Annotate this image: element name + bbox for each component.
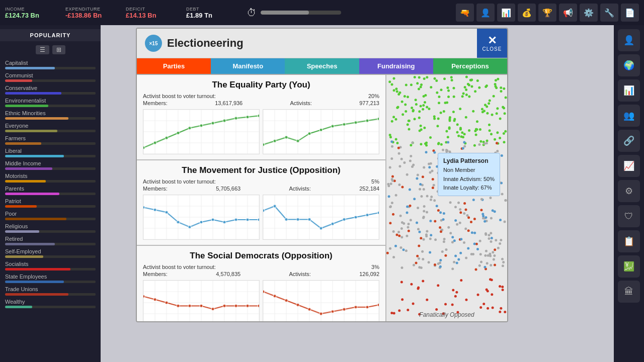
right-icon-4[interactable]: 👥	[618, 105, 640, 127]
perception-dots-canvas[interactable]	[386, 75, 507, 321]
members-value: 5,705,663	[216, 186, 240, 192]
party-members-chart	[143, 280, 260, 321]
sidebar-item[interactable]: Socialists	[0, 259, 101, 272]
tab-speeches[interactable]: Speeches	[285, 58, 359, 74]
sidebar-item-bar-bg	[5, 92, 96, 95]
members-value: 4,570,835	[216, 271, 240, 277]
right-icon-11[interactable]: 🏛	[618, 281, 640, 303]
sidebar-item-bar-fill	[5, 167, 52, 170]
right-icon-7[interactable]: ⚙	[618, 180, 640, 202]
sidebar-item-label: Everyone	[5, 123, 96, 129]
sidebar-item-label: Environmentalist	[5, 98, 96, 104]
sidebar-item[interactable]: Retired	[0, 234, 101, 247]
sidebar-item[interactable]: Self-Employed	[0, 247, 101, 259]
right-icon-10[interactable]: 💹	[618, 255, 640, 278]
modal-body: The Equality Party (You) Activist boost …	[137, 75, 507, 321]
sidebar-controls: ☰ ⊞	[0, 43, 101, 56]
sidebar-item[interactable]: Farmers	[0, 134, 101, 146]
sidebar-item-bar-bg	[5, 79, 96, 82]
sidebar-item[interactable]: Communist	[0, 71, 101, 83]
trophy-icon-btn[interactable]: 🏆	[538, 4, 556, 22]
chart-icon-btn[interactable]: 📊	[497, 4, 515, 22]
sidebar-item-bar-bg	[5, 167, 96, 170]
sidebar-item-bar-fill	[5, 218, 66, 220]
party-name: The Equality Party (You)	[143, 80, 379, 90]
sidebar-item[interactable]: Parents	[0, 184, 101, 197]
sidebar-item[interactable]: Patriot	[0, 197, 101, 209]
sidebar-view-btn[interactable]: ☰	[36, 45, 49, 54]
tab-perceptions[interactable]: Perceptions	[433, 58, 507, 74]
sidebar-item[interactable]: Capitalist	[0, 58, 101, 71]
sidebar-sort-btn[interactable]: ⊞	[52, 45, 65, 54]
right-icon-3[interactable]: 📊	[618, 79, 640, 102]
sidebar-item[interactable]: Religious	[0, 222, 101, 234]
sidebar-item-bar-bg	[5, 105, 96, 107]
doc-icon-btn[interactable]: 📄	[621, 4, 639, 22]
sidebar-item-bar-fill	[5, 281, 64, 283]
tab-fundraising[interactable]: Fundraising	[359, 58, 433, 74]
sidebar-item-label: Liberal	[5, 148, 96, 154]
sidebar-item[interactable]: Wealthy	[0, 297, 101, 310]
sidebar-item-bar-bg	[5, 142, 96, 145]
sidebar-item-label: Communist	[5, 72, 96, 78]
sidebar-item-label: Trade Unions	[5, 286, 96, 292]
sidebar-item[interactable]: Environmentalist	[0, 96, 101, 109]
settings-icon-btn[interactable]: ⚙️	[580, 4, 598, 22]
sidebar-item[interactable]: Poor	[0, 209, 101, 222]
right-icon-6[interactable]: 📈	[618, 155, 640, 177]
right-icon-2[interactable]: 🌍	[618, 54, 640, 76]
sidebar-item-bar-bg	[5, 130, 96, 132]
top-bar-right: 🔫 👤 📊 💰 🏆 📢 ⚙️ 🔧 📄	[456, 4, 639, 22]
party-block: The Movement for Justice (Opposition) Ac…	[137, 160, 385, 246]
agent-icon-btn[interactable]: 👤	[476, 4, 495, 22]
clock-icon: ⏱	[247, 7, 257, 19]
dollar-icon-btn[interactable]: 💰	[518, 4, 536, 22]
members-label: Members:	[143, 271, 168, 277]
right-icon-5[interactable]: 🔗	[618, 130, 640, 152]
sidebar-item[interactable]: Conservative	[0, 83, 101, 96]
sidebar-item-label: Patriot	[5, 198, 96, 204]
sidebar-item-bar-fill	[5, 79, 32, 82]
sidebar-item-label: Farmers	[5, 135, 96, 141]
party-charts	[143, 195, 379, 240]
sidebar-item-bar-bg	[5, 281, 96, 283]
right-icon-8[interactable]: 🛡	[618, 205, 640, 227]
income-label: INCOME	[5, 7, 25, 12]
sidebar-item-bar-bg	[5, 255, 96, 258]
party-member-stats: Members: 13,617,936 Activists: 977,213	[143, 100, 379, 106]
speech-icon-btn[interactable]: 📢	[559, 4, 577, 22]
income-value: £124.73 Bn	[5, 12, 39, 19]
sidebar-item[interactable]: Trade Unions	[0, 285, 101, 297]
close-label: CLOSE	[482, 46, 502, 52]
sidebar-item-bar-fill	[5, 67, 55, 69]
gear2-icon-btn[interactable]: 🔧	[600, 4, 618, 22]
sidebar-item[interactable]: Liberal	[0, 146, 101, 159]
income-stat: INCOME £124.73 Bn	[5, 7, 55, 19]
right-icon-9[interactable]: 📋	[618, 230, 640, 252]
sidebar-item-bar-bg	[5, 230, 96, 233]
sidebar-item[interactable]: Middle Income	[0, 159, 101, 171]
members-label: Members:	[143, 100, 168, 106]
sidebar-item-label: Socialists	[5, 261, 96, 267]
sidebar-item[interactable]: State Employees	[0, 272, 101, 285]
timer-area: ⏱	[247, 7, 341, 19]
sidebar-item-bar-fill	[5, 230, 39, 233]
sidebar-item[interactable]: Everyone	[0, 121, 101, 134]
party-name: The Social Democrats (Opposition)	[143, 251, 379, 261]
sidebar-item-label: Parents	[5, 186, 96, 192]
sidebar-item[interactable]: Ethnic Minorities	[0, 109, 101, 121]
deficit-label: DEFICIT	[126, 7, 145, 12]
sidebar-item-label: Self-Employed	[5, 248, 96, 254]
party-activists-chart	[263, 109, 379, 154]
sidebar-item-label: Wealthy	[5, 299, 96, 305]
sidebar-item-bar-bg	[5, 155, 96, 157]
party-activists-chart	[263, 280, 379, 321]
tab-manifesto[interactable]: Manifesto	[211, 58, 285, 74]
right-icon-1[interactable]: 👤	[618, 29, 640, 51]
gun-icon-btn[interactable]: 🔫	[456, 4, 474, 22]
activists-label: Activists:	[290, 100, 312, 106]
tab-parties[interactable]: Parties	[137, 58, 211, 74]
sidebar-item[interactable]: Motorists	[0, 171, 101, 184]
close-button[interactable]: ✕ CLOSE	[477, 29, 507, 58]
party-charts	[143, 109, 379, 154]
